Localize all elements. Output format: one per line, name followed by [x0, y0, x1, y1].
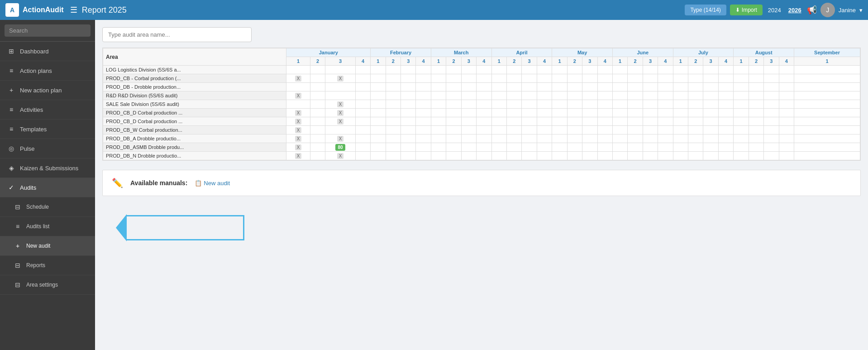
schedule-cell[interactable]	[673, 74, 688, 83]
schedule-cell[interactable]	[401, 74, 416, 83]
schedule-cell[interactable]	[491, 126, 506, 134]
schedule-cell[interactable]	[628, 74, 643, 83]
schedule-cell[interactable]	[764, 143, 779, 152]
schedule-cell[interactable]	[386, 134, 401, 143]
schedule-cell[interactable]: X	[325, 100, 356, 109]
schedule-cell[interactable]	[688, 126, 703, 134]
schedule-cell[interactable]	[325, 66, 356, 74]
schedule-cell[interactable]	[718, 66, 733, 74]
schedule-cell[interactable]	[371, 134, 386, 143]
schedule-cell[interactable]	[431, 91, 446, 100]
schedule-cell[interactable]	[537, 134, 552, 143]
schedule-cell[interactable]	[522, 74, 537, 83]
schedule-cell[interactable]	[446, 109, 461, 117]
schedule-cell[interactable]	[491, 66, 506, 74]
schedule-cell[interactable]	[310, 83, 325, 91]
schedule-cell[interactable]	[582, 117, 597, 126]
schedule-cell[interactable]: X	[325, 152, 356, 160]
schedule-cell[interactable]	[537, 126, 552, 134]
schedule-cell[interactable]	[431, 117, 446, 126]
schedule-cell[interactable]	[749, 152, 763, 160]
schedule-cell[interactable]	[582, 143, 597, 152]
schedule-cell[interactable]	[643, 83, 658, 91]
schedule-cell[interactable]	[386, 117, 401, 126]
schedule-cell[interactable]	[491, 152, 506, 160]
schedule-cell[interactable]	[749, 143, 763, 152]
sidebar-item-templates[interactable]: ≡ Templates	[0, 120, 95, 139]
schedule-cell[interactable]: X	[286, 152, 310, 160]
schedule-cell[interactable]	[734, 117, 749, 126]
schedule-cell[interactable]	[477, 100, 491, 109]
schedule-cell[interactable]	[628, 152, 643, 160]
schedule-cell[interactable]	[416, 143, 431, 152]
schedule-cell[interactable]	[431, 126, 446, 134]
schedule-cell[interactable]	[567, 91, 582, 100]
schedule-cell[interactable]	[658, 74, 673, 83]
schedule-cell[interactable]	[371, 152, 386, 160]
sidebar-item-reports[interactable]: ⊟ Reports	[0, 256, 95, 275]
schedule-cell[interactable]	[491, 74, 506, 83]
schedule-cell[interactable]	[688, 117, 703, 126]
schedule-cell[interactable]	[597, 66, 612, 74]
schedule-cell[interactable]	[431, 74, 446, 83]
new-audit-link[interactable]: 📋 New audit	[195, 180, 230, 187]
schedule-cell[interactable]	[552, 74, 567, 83]
schedule-cell[interactable]	[703, 126, 718, 134]
schedule-cell[interactable]	[446, 74, 461, 83]
schedule-cell[interactable]	[416, 152, 431, 160]
schedule-cell[interactable]	[612, 152, 627, 160]
schedule-cell[interactable]	[764, 152, 779, 160]
schedule-cell[interactable]	[582, 126, 597, 134]
schedule-cell[interactable]	[703, 83, 718, 91]
schedule-cell[interactable]	[582, 100, 597, 109]
schedule-cell[interactable]	[310, 152, 325, 160]
schedule-cell[interactable]	[506, 74, 521, 83]
schedule-cell[interactable]	[734, 91, 749, 100]
schedule-cell[interactable]	[567, 134, 582, 143]
schedule-cell[interactable]	[552, 117, 567, 126]
schedule-cell[interactable]	[552, 152, 567, 160]
schedule-cell[interactable]	[597, 143, 612, 152]
schedule-cell[interactable]	[371, 143, 386, 152]
schedule-cell[interactable]: X	[325, 109, 356, 117]
schedule-cell[interactable]	[643, 126, 658, 134]
sidebar-item-action-plans[interactable]: ≡ Action plans	[0, 61, 95, 81]
sidebar-item-activities[interactable]: ≡ Activities	[0, 100, 95, 120]
schedule-cell[interactable]	[461, 74, 476, 83]
schedule-cell[interactable]	[658, 117, 673, 126]
schedule-cell[interactable]	[522, 143, 537, 152]
schedule-cell[interactable]	[643, 117, 658, 126]
schedule-cell[interactable]	[779, 66, 794, 74]
schedule-cell[interactable]	[522, 109, 537, 117]
schedule-cell[interactable]	[749, 117, 763, 126]
schedule-cell[interactable]	[537, 91, 552, 100]
schedule-cell[interactable]	[779, 143, 794, 152]
schedule-cell[interactable]	[371, 91, 386, 100]
schedule-cell[interactable]	[749, 126, 763, 134]
schedule-cell[interactable]	[612, 143, 627, 152]
schedule-cell[interactable]	[779, 83, 794, 91]
schedule-cell[interactable]	[673, 83, 688, 91]
schedule-cell[interactable]	[537, 152, 552, 160]
schedule-cell[interactable]	[537, 117, 552, 126]
schedule-cell[interactable]	[734, 143, 749, 152]
schedule-cell[interactable]	[597, 134, 612, 143]
schedule-cell[interactable]	[673, 109, 688, 117]
schedule-cell[interactable]	[506, 66, 521, 74]
schedule-cell[interactable]	[612, 117, 627, 126]
schedule-cell[interactable]	[355, 117, 370, 126]
schedule-cell[interactable]: X	[325, 134, 356, 143]
schedule-cell[interactable]	[703, 91, 718, 100]
schedule-cell[interactable]	[597, 126, 612, 134]
import-button[interactable]: ⬇ Import	[730, 5, 763, 15]
schedule-cell[interactable]: X	[286, 109, 310, 117]
schedule-cell[interactable]	[567, 83, 582, 91]
schedule-cell[interactable]	[688, 100, 703, 109]
schedule-cell[interactable]	[597, 100, 612, 109]
schedule-cell[interactable]	[522, 152, 537, 160]
schedule-cell[interactable]	[371, 117, 386, 126]
schedule-cell[interactable]	[703, 100, 718, 109]
schedule-cell[interactable]: X	[286, 143, 310, 152]
schedule-cell[interactable]	[416, 100, 431, 109]
schedule-cell[interactable]	[401, 134, 416, 143]
